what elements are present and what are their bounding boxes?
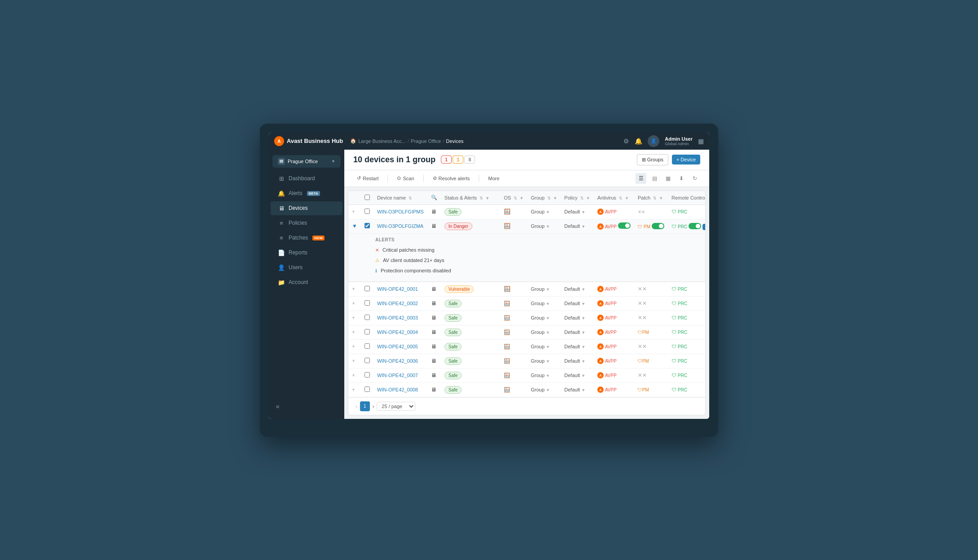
group-filter[interactable]: ▼ (553, 196, 557, 200)
policy-cell[interactable]: Default ▼ (561, 354, 594, 368)
status-badge-gray[interactable]: 8 (464, 156, 475, 164)
policy-cell[interactable]: Default ▼ (561, 282, 594, 296)
search-icon[interactable]: 🔍 (431, 195, 437, 200)
more-button[interactable]: More (485, 174, 503, 182)
status-badge-red[interactable]: 1 (441, 156, 452, 164)
th-status[interactable]: Status & Alerts ⇅ ▼ (441, 191, 493, 205)
policy-cell[interactable]: Default ▼ (561, 219, 594, 233)
sidebar-item-alerts[interactable]: 🔔 Alerts BETA (271, 187, 342, 200)
group-cell[interactable]: Group ▼ (527, 368, 561, 382)
th-patch[interactable]: Patch ⇅ ▼ (634, 191, 668, 205)
th-device-name[interactable]: Device name ⇅ (373, 191, 427, 205)
group-cell[interactable]: Group ▼ (527, 219, 561, 233)
device-name-link[interactable]: WIN-OPE42_0006 (377, 358, 418, 364)
policy-cell[interactable]: Default ▼ (561, 382, 594, 397)
next-page-button[interactable]: › (373, 404, 374, 409)
barcode-icon[interactable]: ▦ (698, 138, 704, 145)
th-remote[interactable]: Remote Control ⇅ ▼ (668, 191, 706, 205)
row-checkbox[interactable] (361, 204, 373, 219)
expand-icon[interactable]: + (352, 300, 355, 307)
scan-button[interactable]: ⊙ Scan (393, 174, 418, 182)
view-grid-button[interactable]: ▦ (662, 173, 673, 184)
row-checkbox-input[interactable] (365, 209, 370, 214)
sidebar-item-users[interactable]: 👤 Users (271, 261, 342, 275)
group-cell[interactable]: Group ▼ (527, 296, 561, 311)
resolve-alerts-button[interactable]: ⊘ Resolve alerts (429, 174, 474, 182)
download-button[interactable]: ⬇ (676, 173, 687, 184)
device-name-link[interactable]: WIN-OPE42_0004 (377, 329, 418, 335)
policy-cell[interactable]: Default ▼ (561, 311, 594, 325)
row-checkbox-input[interactable] (365, 372, 370, 378)
patch-toggle[interactable] (652, 223, 664, 229)
connect-button[interactable]: Connect (702, 224, 706, 230)
device-name-link[interactable]: WIN-OPE42_0008 (377, 387, 418, 392)
row-expand[interactable]: ▼ (348, 219, 361, 233)
sidebar-item-reports[interactable]: 📄 Reports (271, 246, 342, 260)
notification-icon[interactable]: 🔔 (635, 138, 642, 145)
prc-toggle[interactable] (689, 223, 701, 229)
office-selector[interactable]: 🏢 Prague Office ▼ (272, 155, 341, 168)
row-checkbox-input[interactable] (365, 358, 370, 363)
th-os[interactable]: OS ⇅ ▼ (500, 191, 527, 205)
device-name-link[interactable]: WIN-OPE42_0001 (377, 286, 418, 292)
policy-cell[interactable]: Default ▼ (561, 296, 594, 311)
th-group[interactable]: Group ⇅ ▼ (527, 191, 561, 205)
row-checkbox-input[interactable] (365, 223, 370, 228)
group-cell[interactable]: Group ▼ (527, 311, 561, 325)
groups-button[interactable]: ⊞ Groups (637, 154, 668, 165)
policy-filter[interactable]: ▼ (586, 196, 590, 200)
view-columns-button[interactable]: ▤ (649, 173, 660, 184)
device-name-link[interactable]: WIN-OPE42_0007 (377, 373, 418, 378)
row-checkbox-input[interactable] (365, 387, 370, 392)
group-cell[interactable]: Group ▼ (527, 325, 561, 339)
row-checkbox[interactable] (361, 219, 373, 233)
sidebar-item-policies[interactable]: ≡ Policies (271, 216, 342, 230)
device-name-link[interactable]: WIN-OPE42_0005 (377, 344, 418, 349)
row-expand[interactable]: + (348, 204, 361, 219)
av-filter[interactable]: ▼ (625, 196, 629, 200)
view-list-button[interactable]: ☰ (636, 173, 646, 184)
row-checkbox-input[interactable] (365, 329, 370, 334)
row-checkbox-input[interactable] (365, 343, 370, 349)
device-name-link[interactable]: WIN-OPE42_0002 (377, 301, 418, 306)
expand-icon[interactable]: + (352, 372, 355, 378)
sidebar-item-patches[interactable]: ≡ Patches NEW (271, 231, 342, 245)
th-antivirus[interactable]: Antivirus ⇅ ▼ (594, 191, 634, 205)
group-cell[interactable]: Group ▼ (527, 204, 561, 219)
policy-cell[interactable]: Default ▼ (561, 368, 594, 382)
breadcrumb-office[interactable]: Prague Office (411, 138, 441, 144)
collapse-button[interactable]: « (272, 401, 341, 412)
expand-icon[interactable]: + (352, 329, 355, 335)
expand-icon[interactable]: + (352, 286, 355, 292)
av-toggle[interactable] (618, 222, 631, 229)
group-cell[interactable]: Group ▼ (527, 354, 561, 368)
device-name-link[interactable]: WIN-OPE42_0003 (377, 315, 418, 320)
filter-icon[interactable]: ▼ (485, 196, 489, 200)
group-cell[interactable]: Group ▼ (527, 339, 561, 354)
expand-icon[interactable]: + (352, 343, 355, 350)
row-checkbox-input[interactable] (365, 300, 370, 306)
device-name-link[interactable]: WIN-O3POLFGIZMA (377, 223, 423, 229)
page-1-button[interactable]: 1 (360, 401, 370, 411)
expand-icon[interactable]: + (352, 315, 355, 321)
expand-icon[interactable]: + (352, 209, 355, 215)
breadcrumb-acc[interactable]: Large Business Acc... (358, 138, 406, 144)
group-cell[interactable]: Group ▼ (527, 282, 561, 296)
patch-filter[interactable]: ▼ (659, 196, 663, 200)
policy-cell[interactable]: Default ▼ (561, 204, 594, 219)
status-badge-orange[interactable]: 1 (453, 156, 463, 164)
th-policy[interactable]: Policy ⇅ ▼ (561, 191, 594, 205)
device-name-link[interactable]: WIN-O3POLFGIPMS (377, 209, 424, 214)
gear-icon[interactable]: ⚙ (623, 138, 629, 145)
expand-icon[interactable]: + (352, 358, 355, 364)
expand-icon[interactable]: + (352, 387, 355, 393)
sidebar-item-devices[interactable]: 🖥 Devices (271, 201, 342, 215)
sidebar-item-dashboard[interactable]: ⊞ Dashboard (271, 172, 342, 186)
refresh-button[interactable]: ↻ (689, 173, 700, 184)
restart-button[interactable]: ↺ Restart (353, 174, 382, 182)
sidebar-item-account[interactable]: 📁 Account (271, 276, 342, 289)
policy-cell[interactable]: Default ▼ (561, 339, 594, 354)
th-search[interactable]: 🔍 (427, 191, 441, 205)
select-all-checkbox[interactable] (365, 195, 370, 200)
os-filter[interactable]: ▼ (520, 196, 524, 200)
